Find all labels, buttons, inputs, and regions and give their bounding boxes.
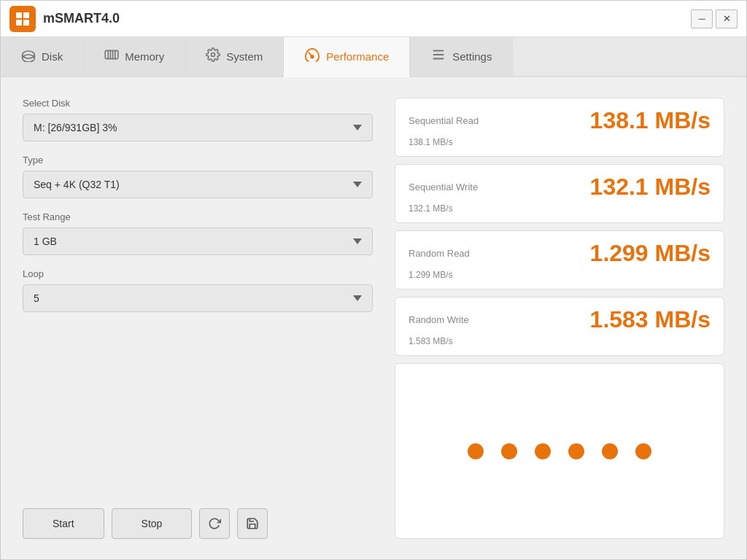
main-content: Select Disk M: [26/931GB] 3% Type Seq + … bbox=[1, 77, 746, 559]
stop-button[interactable]: Stop bbox=[112, 508, 193, 539]
disk-group: Select Disk M: [26/931GB] 3% bbox=[23, 98, 373, 141]
close-button[interactable]: ✕ bbox=[716, 9, 738, 28]
system-icon bbox=[206, 47, 220, 66]
metric-top-3: Random Write 1.583 MB/s bbox=[409, 306, 711, 333]
refresh-button[interactable] bbox=[199, 508, 230, 539]
tab-memory[interactable]: Memory bbox=[84, 37, 185, 76]
metric-label-3: Random Write bbox=[409, 314, 469, 325]
svg-point-13 bbox=[212, 53, 215, 57]
svg-rect-3 bbox=[23, 20, 29, 26]
app-title: mSMART4.0 bbox=[43, 11, 691, 26]
metric-value-large-1: 132.1 MB/s bbox=[590, 174, 711, 201]
start-button[interactable]: Start bbox=[23, 508, 104, 539]
dots-card bbox=[395, 363, 724, 539]
metric-label-0: Sequential Read bbox=[409, 115, 479, 126]
progress-dot-4 bbox=[602, 443, 618, 459]
window-controls: ─ ✕ bbox=[691, 9, 738, 28]
tab-disk-label: Disk bbox=[42, 50, 63, 63]
title-bar: mSMART4.0 ─ ✕ bbox=[1, 1, 746, 37]
svg-rect-0 bbox=[16, 12, 22, 18]
svg-rect-8 bbox=[105, 50, 118, 58]
range-group: Test Range 1 GB bbox=[23, 211, 373, 255]
left-panel: Select Disk M: [26/931GB] 3% Type Seq + … bbox=[23, 98, 373, 539]
metric-card-2: Random Read 1.299 MB/s 1.299 MB/s bbox=[395, 230, 724, 289]
tab-performance-label: Performance bbox=[326, 50, 389, 63]
progress-dot-2 bbox=[535, 443, 551, 459]
tab-system-label: System bbox=[226, 50, 263, 63]
progress-dot-0 bbox=[468, 443, 484, 459]
disk-select[interactable]: M: [26/931GB] 3% bbox=[23, 114, 373, 141]
type-group: Type Seq + 4K (Q32 T1) bbox=[23, 155, 373, 198]
progress-dot-1 bbox=[501, 443, 517, 459]
metric-top-0: Sequential Read 138.1 MB/s bbox=[409, 107, 711, 134]
memory-icon bbox=[104, 49, 119, 64]
loop-label: Loop bbox=[23, 268, 373, 279]
metric-value-large-2: 1.299 MB/s bbox=[590, 240, 711, 267]
metric-sub-1: 132.1 MB/s bbox=[409, 203, 711, 214]
tab-disk[interactable]: Disk bbox=[1, 37, 84, 76]
tab-memory-label: Memory bbox=[125, 50, 164, 63]
disk-label: Select Disk bbox=[23, 98, 373, 109]
tab-bar: Disk Memory System Performance bbox=[1, 37, 746, 77]
tab-settings[interactable]: Settings bbox=[410, 37, 513, 76]
main-window: mSMART4.0 ─ ✕ Disk Memory System bbox=[0, 0, 747, 560]
progress-dot-3 bbox=[568, 443, 584, 459]
right-panel: Sequential Read 138.1 MB/s 138.1 MB/s Se… bbox=[395, 98, 724, 539]
loop-group: Loop 5 bbox=[23, 268, 373, 312]
metric-sub-2: 1.299 MB/s bbox=[409, 270, 711, 280]
range-select[interactable]: 1 GB bbox=[23, 228, 373, 255]
svg-rect-2 bbox=[16, 20, 22, 26]
svg-rect-1 bbox=[23, 12, 29, 18]
save-button[interactable] bbox=[237, 508, 268, 539]
minimize-button[interactable]: ─ bbox=[691, 9, 713, 28]
metric-label-1: Sequential Write bbox=[409, 182, 478, 192]
metric-top-1: Sequential Write 132.1 MB/s bbox=[409, 174, 711, 201]
tab-settings-label: Settings bbox=[452, 50, 492, 63]
tab-system[interactable]: System bbox=[185, 37, 284, 76]
settings-icon bbox=[430, 47, 446, 66]
performance-icon bbox=[304, 47, 320, 66]
metric-top-2: Random Read 1.299 MB/s bbox=[409, 240, 711, 267]
disk-icon bbox=[21, 47, 36, 66]
metric-sub-0: 138.1 MB/s bbox=[409, 137, 711, 147]
range-label: Test Range bbox=[23, 211, 373, 222]
metric-card-0: Sequential Read 138.1 MB/s 138.1 MB/s bbox=[395, 98, 724, 157]
metric-card-1: Sequential Write 132.1 MB/s 132.1 MB/s bbox=[395, 164, 724, 223]
progress-dot-5 bbox=[635, 443, 651, 459]
svg-point-15 bbox=[311, 55, 314, 58]
type-select[interactable]: Seq + 4K (Q32 T1) bbox=[23, 171, 373, 198]
loop-select[interactable]: 5 bbox=[23, 284, 373, 312]
metric-value-large-0: 138.1 MB/s bbox=[590, 107, 711, 134]
metric-value-large-3: 1.583 MB/s bbox=[590, 306, 711, 333]
metric-sub-3: 1.583 MB/s bbox=[409, 336, 711, 346]
tab-performance[interactable]: Performance bbox=[284, 37, 410, 77]
metric-label-2: Random Read bbox=[409, 248, 470, 259]
type-label: Type bbox=[23, 155, 373, 166]
app-logo bbox=[9, 6, 36, 32]
button-row: Start Stop bbox=[23, 501, 373, 539]
metric-card-3: Random Write 1.583 MB/s 1.583 MB/s bbox=[395, 297, 724, 356]
